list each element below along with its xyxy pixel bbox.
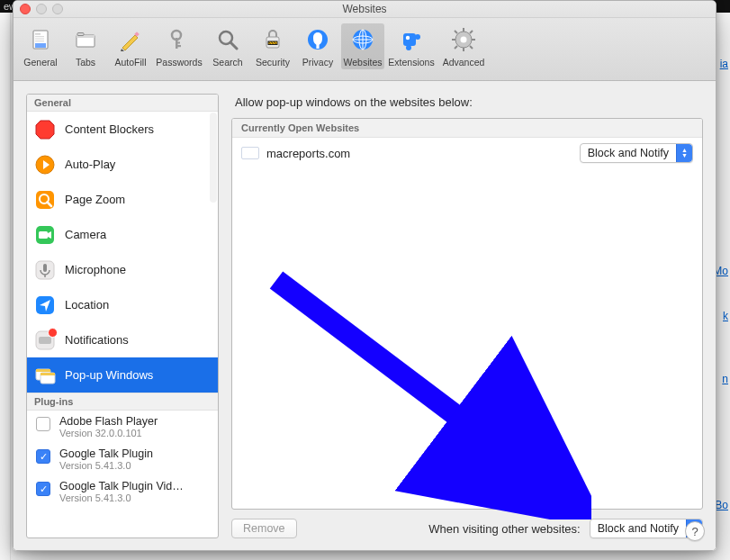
svg-line-36 (455, 31, 457, 33)
sidebar-item-content-blockers[interactable]: Content Blockers (27, 112, 218, 147)
chevron-updown-icon: ▲▼ (676, 144, 692, 162)
sidebar: General Content Blockers Auto-Play (26, 94, 219, 538)
bg-link: Bo (715, 499, 728, 511)
toolbar-general[interactable]: General (19, 23, 62, 69)
page-zoom-icon (34, 189, 56, 211)
tabs-icon (72, 26, 99, 53)
svg-rect-50 (43, 264, 47, 272)
sidebar-item-camera[interactable]: Camera (27, 217, 218, 252)
bg-link: k (723, 310, 728, 322)
camera-icon (34, 224, 56, 246)
svg-rect-1 (35, 33, 41, 35)
svg-rect-2 (35, 36, 44, 37)
svg-rect-26 (403, 33, 416, 46)
microphone-icon (34, 259, 56, 281)
svg-rect-5 (35, 43, 46, 48)
sidebar-item-microphone[interactable]: Microphone (27, 252, 218, 287)
svg-rect-57 (36, 369, 50, 372)
privacy-icon (304, 26, 331, 53)
svg-point-31 (461, 37, 467, 43)
svg-rect-4 (35, 41, 44, 41)
svg-rect-59 (41, 373, 55, 375)
bg-link: ia (720, 58, 728, 70)
svg-rect-12 (176, 45, 181, 47)
toolbar: General Tabs AutoFill Passwords (14, 18, 716, 81)
location-icon (34, 294, 56, 316)
site-policy-select[interactable]: Block and Notify ▲▼ (580, 143, 693, 163)
sidebar-item-notifications[interactable]: Notifications (27, 322, 218, 357)
popup-windows-icon (34, 365, 56, 386)
notifications-icon (34, 330, 56, 351)
plugin-row[interactable]: Google Talk Plugin Vid… Version 5.41.3.0 (27, 475, 218, 508)
sidebar-item-popup-windows[interactable]: Pop-up Windows (27, 357, 218, 393)
plugin-checkbox[interactable] (36, 417, 50, 431)
minimize-icon[interactable] (36, 4, 47, 14)
default-policy-label: When visiting other websites: (428, 522, 580, 536)
svg-rect-47 (39, 231, 48, 239)
toolbar-search[interactable]: Search (206, 23, 249, 69)
toolbar-advanced[interactable]: Advanced (438, 23, 489, 69)
sites-header: Currently Open Websites (232, 119, 702, 138)
detail-title: Allow pop-up windows on the websites bel… (235, 95, 703, 109)
security-icon (259, 26, 286, 53)
svg-point-27 (415, 34, 420, 40)
maximize-icon[interactable] (52, 4, 63, 14)
plugin-checkbox[interactable] (36, 482, 50, 496)
close-icon[interactable] (20, 4, 31, 14)
svg-rect-55 (39, 337, 51, 344)
plugin-row[interactable]: Adobe Flash Player Version 32.0.0.101 (27, 411, 218, 443)
svg-line-15 (230, 42, 237, 49)
sidebar-item-page-zoom[interactable]: Page Zoom (27, 182, 218, 217)
toolbar-tabs[interactable]: Tabs (64, 23, 107, 69)
site-favicon-icon (241, 147, 259, 159)
help-button[interactable]: ? (685, 521, 705, 541)
toolbar-privacy[interactable]: Privacy (296, 23, 339, 69)
sidebar-section-general: General (27, 95, 218, 112)
sidebar-section-plugins: Plug-ins (27, 393, 218, 411)
site-row[interactable]: macreports.com Block and Notify ▲▼ (232, 138, 702, 168)
svg-rect-20 (316, 43, 319, 49)
toolbar-extensions[interactable]: Extensions (386, 23, 437, 69)
svg-line-37 (470, 46, 473, 49)
svg-marker-40 (36, 121, 54, 139)
general-icon (27, 26, 54, 53)
svg-line-39 (470, 31, 473, 33)
svg-point-29 (406, 36, 410, 40)
toolbar-websites[interactable]: Websites (341, 23, 384, 69)
svg-rect-8 (77, 33, 84, 36)
sidebar-item-auto-play[interactable]: Auto-Play (27, 147, 218, 182)
titlebar: Websites (14, 1, 716, 18)
toolbar-passwords[interactable]: Passwords (154, 23, 204, 69)
preferences-window: Websites General Tabs AutoFill (13, 0, 716, 551)
traffic-lights (20, 4, 63, 14)
passwords-icon (166, 26, 193, 53)
window-title: Websites (342, 3, 386, 15)
toolbar-security[interactable]: Security (251, 23, 294, 69)
plugin-row[interactable]: Google Talk Plugin Version 5.41.3.0 (27, 443, 218, 475)
extensions-icon (398, 26, 425, 53)
detail-panel: Allow pop-up windows on the websites bel… (231, 94, 703, 538)
svg-rect-13 (176, 42, 180, 44)
remove-button[interactable]: Remove (231, 519, 297, 538)
auto-play-icon (34, 154, 56, 176)
svg-point-28 (406, 45, 411, 50)
scrollbar[interactable] (210, 113, 217, 203)
advanced-icon (450, 26, 477, 53)
content-blockers-icon (34, 119, 56, 140)
svg-line-38 (455, 46, 457, 49)
plugin-checkbox[interactable] (36, 449, 50, 464)
svg-rect-3 (35, 39, 44, 40)
toolbar-autofill[interactable]: AutoFill (109, 23, 152, 69)
sidebar-item-location[interactable]: Location (27, 287, 218, 322)
websites-icon (349, 26, 376, 53)
autofill-icon (117, 26, 144, 53)
search-icon (214, 26, 241, 53)
sites-list: Currently Open Websites macreports.com B… (231, 118, 703, 510)
bg-link: n (722, 373, 728, 385)
